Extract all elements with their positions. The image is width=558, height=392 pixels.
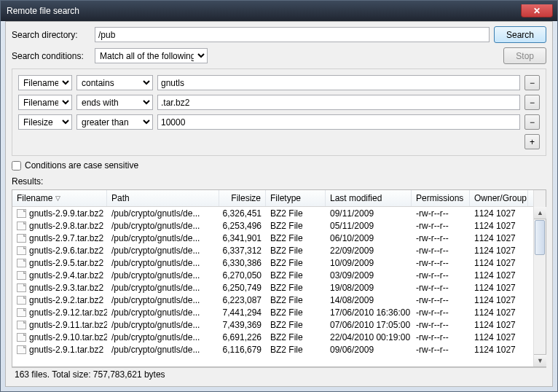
cell-filetype: BZ2 File <box>266 246 326 256</box>
stop-button: Stop <box>503 47 546 64</box>
cell-permissions: -rw-r--r-- <box>412 208 470 219</box>
table-row[interactable]: gnutls-2.9.10.tar.bz2/pub/crypto/gnutls/… <box>12 331 533 343</box>
results-grid[interactable]: Filename▽ Path Filesize Filetype Last mo… <box>12 190 533 366</box>
close-button[interactable]: ✕ <box>521 4 553 17</box>
scroll-up-button[interactable]: ▲ <box>534 207 546 219</box>
cell-path: /pub/crypto/gnutls/de... <box>107 283 219 293</box>
cell-filesize: 6,341,901 <box>219 233 266 243</box>
cell-filetype: BZ2 File <box>266 258 326 268</box>
cell-owner: 1124 1027 <box>470 233 528 243</box>
scroll-down-button[interactable]: ▼ <box>534 354 546 366</box>
cell-filesize: 6,223,087 <box>219 295 266 305</box>
file-icon <box>17 321 26 329</box>
cell-modified: 17/06/2010 16:36:00 <box>326 307 412 318</box>
cell-filetype: BZ2 File <box>266 345 326 355</box>
cell-filename: gnutls-2.9.2.tar.bz2 <box>29 295 103 305</box>
table-row[interactable]: gnutls-2.9.6.tar.bz2/pub/crypto/gnutls/d… <box>12 244 533 256</box>
condition-value-input[interactable] <box>157 95 520 110</box>
file-icon <box>17 283 26 292</box>
remove-condition-button[interactable]: − <box>524 75 540 90</box>
condition-operator-select[interactable]: contains <box>76 75 153 90</box>
window-title: Remote file search <box>7 6 521 16</box>
table-row[interactable]: gnutls-2.9.3.tar.bz2/pub/crypto/gnutls/d… <box>12 281 533 294</box>
case-sensitive-checkbox[interactable] <box>12 161 21 170</box>
cell-modified: 22/04/2010 00:19:00 <box>326 332 412 342</box>
condition-operator-select[interactable]: greater than <box>76 114 153 130</box>
cell-modified: 07/06/2010 17:05:00 <box>326 320 412 330</box>
cell-filesize: 6,326,451 <box>219 208 266 219</box>
scroll-thumb[interactable] <box>535 220 545 255</box>
cell-permissions: -rw-r--r-- <box>412 283 470 293</box>
column-modified[interactable]: Last modified <box>326 190 412 206</box>
dialog-body: Search directory: Search Search conditio… <box>5 21 553 387</box>
search-button[interactable]: Search <box>494 26 546 43</box>
add-condition-button[interactable]: + <box>524 134 540 149</box>
table-row[interactable]: gnutls-2.9.7.tar.bz2/pub/crypto/gnutls/d… <box>12 232 533 244</box>
cell-filename: gnutls-2.9.6.tar.bz2 <box>29 246 103 256</box>
minus-icon: − <box>530 78 535 88</box>
file-icon <box>17 209 26 218</box>
cell-filesize: 6,250,749 <box>219 283 266 293</box>
cell-modified: 14/08/2009 <box>326 295 412 305</box>
condition-row: Filenameends with− <box>18 95 540 110</box>
cell-path: /pub/crypto/gnutls/de... <box>107 345 219 355</box>
cell-permissions: -rw-r--r-- <box>412 258 470 268</box>
table-row[interactable]: gnutls-2.9.12.tar.bz2/pub/crypto/gnutls/… <box>12 306 533 318</box>
status-bar: 163 files. Total size: 757,783,621 bytes <box>12 367 546 382</box>
table-row[interactable]: gnutls-2.9.9.tar.bz2/pub/crypto/gnutls/d… <box>12 207 533 219</box>
cell-owner: 1124 1027 <box>470 283 528 293</box>
remove-condition-button[interactable]: − <box>524 114 540 130</box>
cell-filename: gnutls-2.9.5.tar.bz2 <box>29 258 103 268</box>
condition-row: Filesizegreater than− <box>18 114 540 130</box>
column-filename[interactable]: Filename▽ <box>12 190 107 206</box>
table-row[interactable]: gnutls-2.9.2.tar.bz2/pub/crypto/gnutls/d… <box>12 294 533 306</box>
cell-filetype: BZ2 File <box>266 320 326 330</box>
cell-filename: gnutls-2.9.7.tar.bz2 <box>29 233 103 243</box>
cell-modified: 09/11/2009 <box>326 208 412 219</box>
scrollbar-vertical[interactable]: ▲ ▼ <box>533 190 546 366</box>
condition-field-select[interactable]: Filesize <box>18 114 72 130</box>
condition-row: Filenamecontains− <box>18 75 540 90</box>
cell-filetype: BZ2 File <box>266 307 326 318</box>
cell-modified: 09/06/2009 <box>326 345 412 355</box>
condition-field-select[interactable]: Filename <box>18 95 72 110</box>
titlebar[interactable]: Remote file search ✕ <box>1 1 557 21</box>
remove-condition-button[interactable]: − <box>524 95 540 110</box>
column-path[interactable]: Path <box>107 190 219 206</box>
minus-icon: − <box>530 117 535 128</box>
cell-filename: gnutls-2.9.9.tar.bz2 <box>29 208 103 219</box>
column-permissions[interactable]: Permissions <box>412 190 470 206</box>
grid-header: Filename▽ Path Filesize Filetype Last mo… <box>12 190 533 207</box>
cell-filesize: 7,441,294 <box>219 307 266 318</box>
cell-filetype: BZ2 File <box>266 332 326 342</box>
search-directory-label: Search directory: <box>12 30 90 40</box>
cell-owner: 1124 1027 <box>470 208 528 219</box>
table-row[interactable]: gnutls-2.9.1.tar.bz2/pub/crypto/gnutls/d… <box>12 343 533 356</box>
column-owner[interactable]: Owner/Group <box>470 190 528 206</box>
table-row[interactable]: gnutls-2.9.11.tar.bz2/pub/crypto/gnutls/… <box>12 318 533 331</box>
search-directory-input[interactable] <box>95 27 490 42</box>
condition-field-select[interactable]: Filename <box>18 75 72 90</box>
cell-modified: 10/09/2009 <box>326 258 412 268</box>
condition-value-input[interactable] <box>157 75 520 90</box>
match-mode-select[interactable]: Match all of the following <box>95 48 208 63</box>
conditions-panel: Filenamecontains−Filenameends with−Files… <box>12 68 546 156</box>
file-icon <box>17 234 26 243</box>
cell-owner: 1124 1027 <box>470 332 528 342</box>
column-filetype[interactable]: Filetype <box>266 190 326 206</box>
table-row[interactable]: gnutls-2.9.5.tar.bz2/pub/crypto/gnutls/d… <box>12 256 533 269</box>
file-icon <box>17 345 26 354</box>
table-row[interactable]: gnutls-2.9.4.tar.bz2/pub/crypto/gnutls/d… <box>12 269 533 281</box>
cell-path: /pub/crypto/gnutls/de... <box>107 307 219 318</box>
cell-permissions: -rw-r--r-- <box>412 270 470 281</box>
table-row[interactable]: gnutls-2.9.8.tar.bz2/pub/crypto/gnutls/d… <box>12 219 533 232</box>
cell-filetype: BZ2 File <box>266 233 326 243</box>
cell-filetype: BZ2 File <box>266 283 326 293</box>
cell-path: /pub/crypto/gnutls/de... <box>107 270 219 281</box>
cell-owner: 1124 1027 <box>470 270 528 281</box>
column-filesize[interactable]: Filesize <box>219 190 266 206</box>
cell-modified: 22/09/2009 <box>326 246 412 256</box>
cell-filename: gnutls-2.9.11.tar.bz2 <box>29 320 107 330</box>
condition-value-input[interactable] <box>157 114 520 130</box>
condition-operator-select[interactable]: ends with <box>76 95 153 110</box>
